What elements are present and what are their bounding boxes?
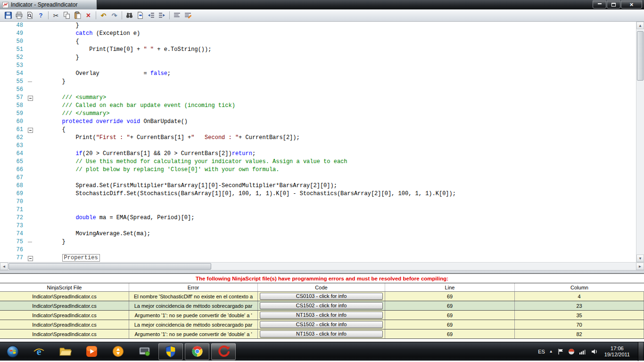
cut-icon[interactable]: ✂: [50, 10, 61, 20]
error-row[interactable]: Indicator\SpreadIndicator.cs Argumento '…: [0, 329, 644, 339]
fold-marker[interactable]: [26, 30, 35, 38]
help-icon[interactable]: ?: [35, 10, 46, 20]
windows-explorer-icon[interactable]: [52, 342, 78, 361]
minimize-button[interactable]: [593, 0, 606, 8]
comment-icon[interactable]: [172, 10, 182, 20]
maximize-button[interactable]: [607, 0, 620, 8]
fold-marker[interactable]: [26, 190, 35, 198]
column-header-column: Column: [515, 283, 644, 291]
error-code-button[interactable]: CS1502 - click for info: [260, 321, 383, 328]
print-icon[interactable]: [14, 10, 25, 20]
error-code-button[interactable]: NT1503 - click for info: [260, 330, 383, 337]
error-row[interactable]: Indicator\SpreadIndicator.cs Argumento '…: [0, 311, 644, 320]
scroll-left-arrow[interactable]: ◄: [0, 263, 8, 270]
fold-marker[interactable]: [26, 118, 35, 126]
language-indicator[interactable]: ES: [538, 349, 545, 354]
taskbar-clock[interactable]: 17:06 19/12/2011: [603, 346, 632, 358]
line-number: 67: [0, 174, 26, 182]
find-icon[interactable]: [124, 10, 135, 20]
error-file-cell: Indicator\SpreadIndicator.cs: [0, 311, 129, 320]
horizontal-scrollbar-thumb[interactable]: [8, 263, 211, 270]
fold-marker[interactable]: [26, 102, 35, 110]
goto-icon[interactable]: [135, 10, 146, 20]
fold-marker[interactable]: [26, 54, 35, 62]
start-button[interactable]: [0, 342, 25, 361]
fold-marker[interactable]: [26, 174, 35, 182]
fold-marker[interactable]: [26, 70, 35, 78]
error-code-button[interactable]: CS1502 - click for info: [260, 302, 383, 309]
fold-marker[interactable]: [26, 230, 35, 238]
horizontal-scrollbar[interactable]: ◄ ►: [0, 262, 644, 270]
code-text: // Use this method for calculating your …: [35, 158, 347, 166]
vertical-scrollbar-thumb[interactable]: [637, 31, 644, 81]
network-icon[interactable]: [579, 348, 586, 355]
fold-marker[interactable]: [26, 246, 35, 254]
volume-icon[interactable]: [591, 348, 598, 355]
scroll-down-arrow[interactable]: ▼: [636, 255, 644, 262]
code-area[interactable]: 48 } 49 catch (Exception e) 50 { 51 Prin…: [0, 22, 636, 262]
error-panel: The following NinjaScript file(s) have p…: [0, 273, 644, 339]
chrome-icon[interactable]: [184, 342, 210, 361]
code-text: // plot below by replacing 'Close[0]' wi…: [35, 166, 279, 174]
fold-marker[interactable]: [26, 222, 35, 230]
error-code-button[interactable]: CS0103 - click for info: [260, 293, 383, 300]
fold-marker[interactable]: [26, 238, 35, 246]
fold-marker[interactable]: [26, 214, 35, 222]
code-line: 56: [0, 86, 636, 94]
undo-icon[interactable]: ↶: [98, 10, 109, 20]
outdent-icon[interactable]: [146, 10, 157, 20]
code-line: 55 }: [0, 78, 636, 86]
error-row[interactable]: Indicator\SpreadIndicator.cs La mejor co…: [0, 301, 644, 311]
indent-icon[interactable]: [157, 10, 167, 20]
fold-marker[interactable]: [26, 166, 35, 174]
action-center-flag-icon[interactable]: [557, 348, 564, 355]
fold-marker[interactable]: [26, 126, 35, 134]
utility-app-icon[interactable]: [131, 342, 157, 361]
fold-marker[interactable]: [26, 110, 35, 118]
download-manager-icon[interactable]: [105, 342, 131, 361]
media-player-icon[interactable]: [78, 342, 105, 361]
copy-icon[interactable]: [61, 10, 72, 20]
panel-splitter[interactable]: [0, 270, 644, 273]
scroll-right-arrow[interactable]: ►: [636, 263, 644, 270]
redo-icon[interactable]: ↷: [109, 10, 120, 20]
fold-marker[interactable]: [26, 22, 35, 30]
paste-icon[interactable]: [72, 10, 83, 20]
fold-marker[interactable]: [26, 206, 35, 214]
error-row[interactable]: Indicator\SpreadIndicator.cs El nombre '…: [0, 292, 644, 301]
fold-marker[interactable]: [26, 62, 35, 70]
fold-marker[interactable]: [26, 150, 35, 158]
print-preview-icon[interactable]: [25, 10, 35, 20]
code-line: 50 {: [0, 38, 636, 46]
ninjatrader-icon[interactable]: [210, 342, 237, 361]
scroll-up-arrow[interactable]: ▲: [636, 22, 644, 29]
column-header-line: Line: [385, 283, 515, 291]
fold-marker[interactable]: [26, 198, 35, 206]
fold-marker[interactable]: [26, 142, 35, 150]
fold-marker[interactable]: [26, 134, 35, 142]
fold-marker[interactable]: [26, 46, 35, 54]
ninjatrader-shield-icon[interactable]: [157, 342, 184, 361]
save-icon[interactable]: [3, 10, 14, 20]
internet-explorer-icon[interactable]: e: [25, 342, 52, 361]
close-icon: ×: [630, 1, 634, 8]
tray-app-icon[interactable]: [568, 348, 575, 355]
show-hidden-icons-arrow[interactable]: ▲: [549, 349, 553, 354]
fold-marker[interactable]: [26, 86, 35, 94]
fold-marker[interactable]: [26, 158, 35, 166]
error-column-cell: 35: [515, 311, 644, 320]
fold-marker[interactable]: [26, 182, 35, 190]
fold-marker[interactable]: [26, 38, 35, 46]
show-desktop-button[interactable]: [638, 342, 643, 361]
error-code-button[interactable]: NT1503 - click for info: [260, 312, 383, 319]
fold-marker[interactable]: [26, 254, 35, 262]
fold-marker[interactable]: [26, 94, 35, 102]
close-button[interactable]: ×: [621, 0, 642, 8]
uncomment-icon[interactable]: [182, 10, 193, 20]
delete-icon[interactable]: ×: [83, 10, 94, 20]
error-row[interactable]: Indicator\SpreadIndicator.cs La mejor co…: [0, 320, 644, 329]
vertical-scrollbar[interactable]: ▲ ▼: [636, 22, 644, 262]
fold-marker[interactable]: [26, 78, 35, 86]
code-editor[interactable]: 48 } 49 catch (Exception e) 50 { 51 Prin…: [0, 22, 644, 262]
ninjascript-editor-window: Indicator - SpreadIndicator × ? ✂ × ↶ ↷: [0, 0, 644, 362]
